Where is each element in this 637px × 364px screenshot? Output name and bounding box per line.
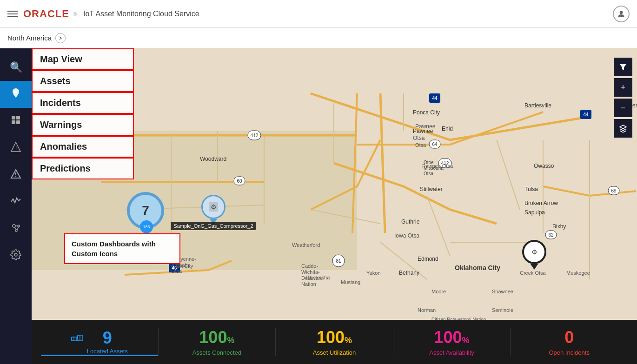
nav-label-mapview[interactable]: Map View (32, 48, 134, 70)
svg-text:Seminole: Seminole (492, 307, 513, 313)
assets-connected-unit: % (227, 336, 234, 345)
svg-text:Caddo-: Caddo- (301, 263, 318, 269)
svg-text:Pawnee: Pawnee (415, 123, 436, 130)
svg-text:Otsa: Otsa (424, 171, 434, 176)
map-zoom-in-button[interactable]: + (614, 78, 632, 97)
svg-text:Bartlesville: Bartlesville (524, 102, 551, 109)
asset-utilization-unit: % (345, 336, 352, 345)
header-left: ORACLE ® IoT Asset Monitoring Cloud Serv… (7, 8, 199, 20)
asset-pin-2[interactable]: ⚙ (522, 240, 546, 270)
search-icon: 🔍 (10, 61, 22, 73)
svg-point-13 (15, 230, 17, 232)
sidebar-item-assets[interactable] (0, 108, 32, 135)
svg-point-10 (15, 176, 16, 177)
svg-text:Guthrie: Guthrie (401, 218, 420, 225)
nav-label-incidents[interactable]: Incidents (32, 92, 134, 114)
pin-circle: ⚙ (201, 195, 226, 219)
svg-text:Edmond: Edmond (418, 256, 438, 262)
sidebar-item-predictions[interactable] (0, 216, 32, 243)
svg-text:412: 412 (251, 133, 259, 138)
svg-text:Shawnee: Shawnee (492, 289, 513, 294)
main-area: 🔍 ! (0, 48, 637, 364)
sidebar-item-map[interactable] (0, 81, 32, 108)
svg-text:Owasso: Owasso (534, 163, 554, 169)
oracle-logo: ORACLE ® IoT Asset Monitoring Cloud Serv… (23, 8, 199, 20)
nav-label-assets[interactable]: Assets (32, 70, 134, 92)
open-incidents-label: Open Incidents (549, 349, 589, 356)
map-area[interactable]: 44 44 412 412 64 60 81 (32, 48, 637, 320)
svg-text:Otoe-: Otoe- (424, 160, 435, 165)
svg-text:⚙: ⚙ (211, 203, 217, 211)
svg-text:Moore: Moore (431, 289, 446, 294)
nav-label-anomalies[interactable]: Anomalies (32, 136, 134, 158)
asset-availability-label: Asset Availability (429, 349, 474, 356)
svg-point-12 (18, 225, 20, 227)
hamburger-menu[interactable] (7, 11, 18, 17)
svg-text:Weatherford: Weatherford (292, 242, 320, 248)
svg-point-0 (620, 11, 623, 14)
svg-text:Wichita-: Wichita- (301, 269, 320, 275)
svg-text:44: 44 (583, 112, 589, 117)
svg-text:Muskogee: Muskogee (566, 270, 590, 276)
svg-text:81: 81 (336, 258, 341, 264)
asset-utilization-label: Asset Utilization (313, 349, 356, 356)
nav-label-predictions[interactable]: Predictions (32, 158, 134, 179)
svg-text:Broken Arrow: Broken Arrow (524, 200, 558, 206)
svg-marker-86 (620, 64, 626, 70)
svg-rect-2 (12, 116, 15, 119)
predictions-icon (10, 222, 21, 236)
map-layers-button[interactable] (614, 119, 632, 138)
incidents-icon: ! (10, 141, 21, 155)
svg-text:Sapulpa: Sapulpa (524, 209, 545, 216)
breadcrumb: North America (0, 28, 637, 48)
svg-text:Norman: Norman (418, 307, 436, 313)
map-zoom-out-button[interactable]: − (614, 99, 632, 117)
svg-text:Yukon: Yukon (366, 270, 381, 276)
stat-asset-availability: 100 % Asset Availability (393, 328, 511, 356)
svg-line-16 (17, 227, 19, 230)
located-assets-value: 9 (103, 328, 112, 348)
svg-rect-5 (16, 120, 20, 124)
located-assets-label: Located Assets (87, 348, 128, 355)
user-avatar[interactable] (613, 6, 630, 22)
svg-text:Enid: Enid (442, 126, 453, 132)
custom-icon (10, 249, 21, 263)
stat-assets-connected: 100 % Assets Connected (159, 328, 276, 356)
breadcrumb-location: North America (7, 34, 52, 42)
stats-bar: 9 Located Assets 100 % Assets Connected … (32, 320, 637, 364)
svg-rect-90 (78, 335, 80, 341)
assets-connected-value: 100 (199, 328, 227, 347)
map-background: 44 44 412 412 64 60 81 (32, 48, 637, 320)
sidebar-item-warnings[interactable] (0, 162, 32, 189)
svg-rect-3 (16, 116, 20, 119)
svg-text:44: 44 (432, 96, 438, 101)
sidebar-item-custom[interactable] (0, 243, 32, 270)
map-filter-button[interactable] (614, 58, 632, 76)
nav-label-warnings[interactable]: Warnings (32, 114, 134, 136)
svg-text:69: 69 (611, 188, 617, 193)
svg-text:62: 62 (548, 232, 554, 238)
warnings-icon (10, 168, 21, 182)
sidebar-item-incidents[interactable]: ! (0, 135, 32, 162)
svg-point-11 (13, 225, 15, 227)
custom-dashboards-label[interactable]: Custom Dashboards with Custom Icons (64, 233, 180, 264)
stat-asset-utilization: 100 % Asset Utilization (276, 328, 393, 356)
map-controls: + − (614, 58, 632, 138)
svg-text:⚙: ⚙ (531, 248, 537, 256)
svg-text:Woodward: Woodward (200, 156, 226, 162)
map-icon (10, 87, 21, 101)
asset-pin[interactable]: ⚙ Sample_OnG_Gas_Compressor_2 (201, 195, 226, 225)
svg-text:Delaware: Delaware (301, 275, 323, 281)
sidebar-item-anomalies[interactable] (0, 189, 32, 216)
svg-text:Mustang: Mustang (341, 279, 360, 285)
breadcrumb-expand[interactable] (55, 33, 66, 43)
svg-rect-4 (12, 120, 15, 124)
svg-text:Oklahoma City: Oklahoma City (455, 264, 500, 271)
stat-open-incidents: 0 Open Incidents (511, 328, 628, 356)
stat-located-assets: 9 Located Assets (41, 328, 158, 356)
pin-2-circle: ⚙ (522, 240, 546, 264)
svg-text:Citizen Potawatomi Nation: Citizen Potawatomi Nation (431, 317, 486, 320)
header: ORACLE ® IoT Asset Monitoring Cloud Serv… (0, 0, 637, 28)
svg-text:64: 64 (432, 142, 438, 147)
sidebar-item-search[interactable]: 🔍 (0, 54, 32, 81)
